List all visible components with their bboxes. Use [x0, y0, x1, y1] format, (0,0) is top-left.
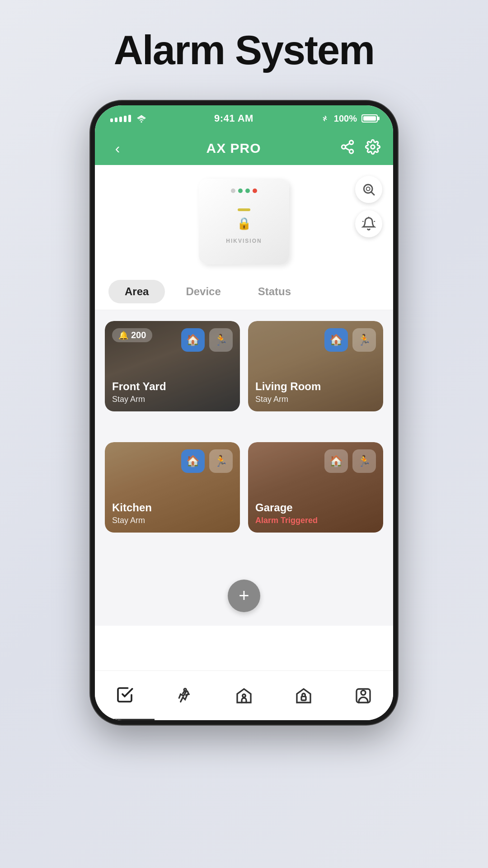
nav-actions: [340, 139, 380, 158]
battery-icon: [361, 114, 378, 123]
bottom-nav-arm-away[interactable]: [155, 671, 214, 720]
device-brand: HIKVISION: [226, 238, 262, 244]
area-info: Living Room Stay Arm: [255, 380, 376, 404]
share-icon[interactable]: [340, 139, 355, 158]
alarm-person-icon: [354, 687, 372, 705]
arm-stay-button-garage[interactable]: 🏠: [324, 449, 348, 473]
arm-stay-button-kitchen[interactable]: 🏠: [181, 449, 205, 473]
arm-stay-button-living-room[interactable]: 🏠: [324, 328, 348, 352]
area-name: Front Yard: [112, 380, 233, 393]
area-card-content: 🏠 🏃 Kitchen Stay Arm: [105, 442, 240, 533]
bell-icon: 🔔: [118, 330, 128, 340]
area-card-content: 🏠 🏃 Garage Alarm Triggered: [248, 442, 383, 533]
person-away-icon: 🏃: [214, 455, 228, 467]
person-away-icon: 🏃: [214, 334, 228, 346]
svg-line-4: [345, 143, 350, 146]
bottom-nav-disarm[interactable]: [274, 671, 333, 720]
battery-percent: 100%: [334, 113, 357, 124]
bottom-nav-list[interactable]: [95, 671, 155, 720]
area-top-row: 🏠 🏃: [255, 328, 376, 352]
person-away-icon: 🏃: [357, 455, 371, 467]
home-lock-icon: [295, 687, 313, 705]
arm-away-button-front-yard[interactable]: 🏃: [209, 328, 233, 352]
bottom-nav-alarm[interactable]: [333, 671, 393, 720]
area-top-row: 🏠 🏃: [112, 449, 233, 473]
area-buttons: 🏠 🏃: [324, 449, 376, 473]
area-status: Stay Arm: [112, 395, 233, 404]
person-away-icon: 🏃: [357, 334, 371, 346]
add-button-container: +: [95, 566, 393, 626]
status-right: 100%: [320, 113, 378, 124]
area-card-front-yard[interactable]: 🔔 200 🏠 🏃 Front Ya: [105, 321, 240, 411]
area-info: Garage Alarm Triggered: [255, 501, 376, 525]
person-home-icon: 🏠: [186, 455, 200, 467]
area-info: Front Yard Stay Arm: [112, 380, 233, 404]
area-status-alarm: Alarm Triggered: [255, 516, 376, 525]
light-4: [253, 189, 257, 193]
arm-away-button-garage[interactable]: 🏃: [352, 449, 376, 473]
area-name: Living Room: [255, 380, 376, 393]
svg-line-7: [371, 192, 374, 195]
arm-away-button-kitchen[interactable]: 🏃: [209, 449, 233, 473]
area-buttons: 🏠 🏃: [181, 449, 233, 473]
wifi-icon: [136, 114, 147, 123]
device-image: 🔒 HIKVISION: [199, 179, 289, 264]
area-card-content: 🏠 🏃 Living Room Stay Arm: [248, 321, 383, 411]
area-badge-num: 200: [131, 330, 146, 340]
device-action-icons: [355, 176, 382, 237]
person-home-icon: 🏠: [186, 334, 200, 346]
area-top-row: 🏠 🏃: [255, 449, 376, 473]
bottom-nav-arm-stay[interactable]: [214, 671, 274, 720]
nav-title: AX PRO: [206, 141, 261, 156]
phone-shell: 9:41 AM 100% ‹ AX PRO: [90, 101, 398, 725]
list-check-icon: [116, 686, 134, 704]
area-buttons: 🏠 🏃: [324, 328, 376, 352]
area-badge: 🔔 200: [112, 328, 152, 342]
svg-point-8: [366, 187, 370, 191]
tab-device[interactable]: Device: [169, 280, 237, 303]
arm-stay-button-front-yard[interactable]: 🏠: [181, 328, 205, 352]
app-body: 🔒 HIKVISION: [95, 165, 393, 720]
area-name: Garage: [255, 501, 376, 514]
bottom-nav: [95, 670, 393, 720]
status-time: 9:41 AM: [214, 113, 253, 124]
home-person-icon: [235, 687, 253, 705]
area-card-living-room[interactable]: 🏠 🏃 Living Room Stay Arm: [248, 321, 383, 411]
signal-icon: [110, 115, 131, 122]
top-nav: ‹ AX PRO: [95, 132, 393, 165]
person-home-icon: 🏠: [329, 334, 343, 346]
svg-line-3: [345, 148, 350, 151]
area-status: Stay Arm: [112, 516, 233, 525]
light-3: [245, 189, 250, 193]
area-info: Kitchen Stay Arm: [112, 501, 233, 525]
area-buttons: 🏠 🏃: [181, 328, 233, 352]
device-section: 🔒 HIKVISION: [95, 165, 393, 274]
arm-away-button-living-room[interactable]: 🏃: [352, 328, 376, 352]
area-card-content: 🔔 200 🏠 🏃 Front Ya: [105, 321, 240, 411]
add-area-button[interactable]: +: [228, 580, 260, 612]
svg-point-5: [371, 145, 375, 149]
alarm-bell-button[interactable]: [355, 210, 382, 237]
svg-point-10: [243, 694, 246, 697]
page-title: Alarm System: [114, 27, 374, 74]
device-indicator: [238, 208, 250, 211]
light-2: [238, 189, 243, 193]
area-card-garage[interactable]: 🏠 🏃 Garage Alarm Triggered: [248, 442, 383, 533]
tab-area[interactable]: Area: [108, 280, 165, 303]
bluetooth-icon: [320, 113, 329, 123]
back-button[interactable]: ‹: [108, 138, 127, 158]
svg-point-12: [361, 690, 366, 695]
area-card-kitchen[interactable]: 🏠 🏃 Kitchen Stay Arm: [105, 442, 240, 533]
tabs: Area Device Status: [95, 274, 393, 310]
area-top-row: 🔔 200 🏠 🏃: [112, 328, 233, 352]
area-status: Stay Arm: [255, 395, 376, 404]
settings-icon[interactable]: [365, 139, 380, 158]
light-1: [231, 189, 235, 193]
run-icon: [175, 687, 193, 705]
search-scan-button[interactable]: [355, 176, 382, 203]
areas-grid: 🔔 200 🏠 🏃 Front Ya: [95, 310, 393, 566]
area-name: Kitchen: [112, 501, 233, 514]
tab-status[interactable]: Status: [242, 280, 307, 303]
status-bar: 9:41 AM 100%: [95, 105, 393, 132]
device-lights: [231, 189, 257, 193]
